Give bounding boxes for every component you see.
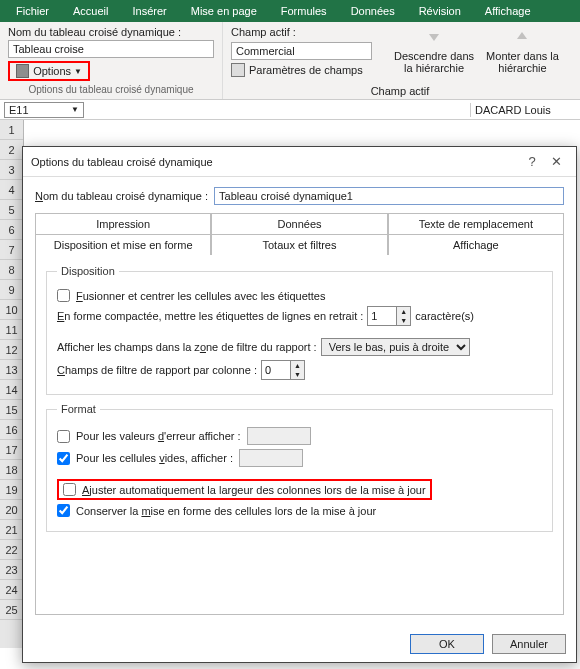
pivot-name-input[interactable] xyxy=(8,40,214,58)
indent-unit: caractère(s) xyxy=(415,310,474,322)
tab-alttext[interactable]: Texte de remplacement xyxy=(388,213,564,235)
dialog-title: Options du tableau croisé dynamique xyxy=(31,156,520,168)
drill-down-button[interactable]: Descendre dans la hiérarchie xyxy=(388,26,480,76)
spinner-up-icon[interactable]: ▲ xyxy=(397,307,410,316)
empty-label[interactable]: Pour les cellules vides, afficher : xyxy=(76,452,233,464)
dialog-tabs-back: Impression Données Texte de remplacement xyxy=(35,213,564,235)
error-label[interactable]: Pour les valeurs d'erreur afficher : xyxy=(76,430,241,442)
merge-checkbox[interactable] xyxy=(57,289,70,302)
indent-label: En forme compactée, mettre les étiquette… xyxy=(57,310,363,322)
ok-button[interactable]: OK xyxy=(410,634,484,654)
disposition-legend: Disposition xyxy=(57,265,119,277)
indent-input[interactable] xyxy=(368,307,396,325)
tab-layout[interactable]: Disposition et mise en forme xyxy=(35,234,211,255)
filter-cols-label: Champs de filtre de rapport par colonne … xyxy=(57,364,257,376)
tab-page-layout: Disposition Fusionner et centrer les cel… xyxy=(35,255,564,615)
filter-cols-input[interactable] xyxy=(262,361,290,379)
preserve-label[interactable]: Conserver la mise en forme des cellules … xyxy=(76,505,376,517)
drill-up-icon xyxy=(512,28,532,48)
options-icon xyxy=(16,64,29,78)
ribbon-tab-review[interactable]: Révision xyxy=(407,2,473,20)
filter-cols-spinner[interactable]: ▲▼ xyxy=(261,360,305,380)
field-settings-icon xyxy=(231,63,245,77)
ribbon-group-pivot: Nom du tableau croisé dynamique : Option… xyxy=(0,22,222,99)
ribbon-body: Nom du tableau croisé dynamique : Option… xyxy=(0,22,580,100)
name-box-value: E11 xyxy=(9,104,29,116)
chevron-down-icon: ▼ xyxy=(74,67,82,76)
error-value-input[interactable] xyxy=(247,427,311,445)
spinner-up-icon[interactable]: ▲ xyxy=(291,361,304,370)
spinner-down-icon[interactable]: ▼ xyxy=(291,370,304,379)
active-field-label: Champ actif : xyxy=(231,26,372,38)
ribbon-tab-formulas[interactable]: Formules xyxy=(269,2,339,20)
pivot-name-label: Nom du tableau croisé dynamique : xyxy=(8,26,214,38)
cancel-button[interactable]: Annuler xyxy=(492,634,566,654)
field-settings-button[interactable]: Paramètres de champs xyxy=(231,63,363,77)
drill-down-label: Descendre dans la hiérarchie xyxy=(394,50,474,74)
ribbon-tab-layout[interactable]: Mise en page xyxy=(179,2,269,20)
ribbon-tabs: Fichier Accueil Insérer Mise en page For… xyxy=(0,0,580,22)
error-checkbox[interactable] xyxy=(57,430,70,443)
drill-up-label: Monter dans la hiérarchie xyxy=(486,50,559,74)
row-headers: 1234567891011121314151617181920212223242… xyxy=(0,120,24,648)
formula-bar: E11 ▼ DACARD Louis xyxy=(0,100,580,120)
drill-down-icon xyxy=(424,28,444,48)
empty-checkbox[interactable] xyxy=(57,452,70,465)
filter-pos-label: Afficher les champs dans la zone de filt… xyxy=(57,341,317,353)
autofit-highlight: Ajuster automatiquement la largeur des c… xyxy=(57,479,432,500)
dlg-name-input[interactable] xyxy=(214,187,564,205)
close-button[interactable]: ✕ xyxy=(544,154,568,169)
autofit-checkbox[interactable] xyxy=(63,483,76,496)
name-box[interactable]: E11 ▼ xyxy=(4,102,84,118)
merge-label[interactable]: Fusionner et centrer les cellules avec l… xyxy=(76,290,325,302)
tab-print[interactable]: Impression xyxy=(35,213,211,235)
dlg-name-label: NNom du tableau croisé dynamique :om du … xyxy=(35,190,208,202)
empty-value-input[interactable] xyxy=(239,449,303,467)
tab-data[interactable]: Données xyxy=(211,213,387,235)
ribbon-tab-view[interactable]: Affichage xyxy=(473,2,543,20)
active-field-input[interactable] xyxy=(231,42,372,60)
pivot-options-dialog: Options du tableau croisé dynamique ? ✕ … xyxy=(22,146,577,663)
ribbon-tab-home[interactable]: Accueil xyxy=(61,2,120,20)
disposition-fieldset: Disposition Fusionner et centrer les cel… xyxy=(46,265,553,395)
format-legend: Format xyxy=(57,403,100,415)
autofit-label[interactable]: Ajuster automatiquement la largeur des c… xyxy=(82,484,426,496)
ribbon-tab-data[interactable]: Données xyxy=(339,2,407,20)
help-button[interactable]: ? xyxy=(520,154,544,169)
field-settings-label: Paramètres de champs xyxy=(249,64,363,76)
options-button-label: Options xyxy=(33,65,71,77)
spinner-down-icon[interactable]: ▼ xyxy=(397,316,410,325)
tab-totals[interactable]: Totaux et filtres xyxy=(211,234,387,255)
filter-pos-select[interactable]: Vers le bas, puis à droite xyxy=(321,338,470,356)
dialog-titlebar[interactable]: Options du tableau croisé dynamique ? ✕ xyxy=(23,147,576,177)
format-fieldset: Format Pour les valeurs d'erreur affiche… xyxy=(46,403,553,532)
drill-up-button[interactable]: Monter dans la hiérarchie xyxy=(480,26,565,76)
ribbon-group-field-label: Champ actif xyxy=(300,85,500,97)
options-button[interactable]: Options ▼ xyxy=(8,61,90,81)
ribbon-tab-insert[interactable]: Insérer xyxy=(120,2,178,20)
column-header-value: DACARD Louis xyxy=(470,103,580,117)
ribbon-group-label: Options du tableau croisé dynamique xyxy=(8,84,214,95)
indent-spinner[interactable]: ▲▼ xyxy=(367,306,411,326)
tab-display[interactable]: Affichage xyxy=(388,234,564,255)
dialog-tabs-front: Disposition et mise en forme Totaux et f… xyxy=(35,234,564,255)
chevron-down-icon[interactable]: ▼ xyxy=(71,105,79,114)
ribbon-tab-file[interactable]: Fichier xyxy=(4,2,61,20)
preserve-checkbox[interactable] xyxy=(57,504,70,517)
